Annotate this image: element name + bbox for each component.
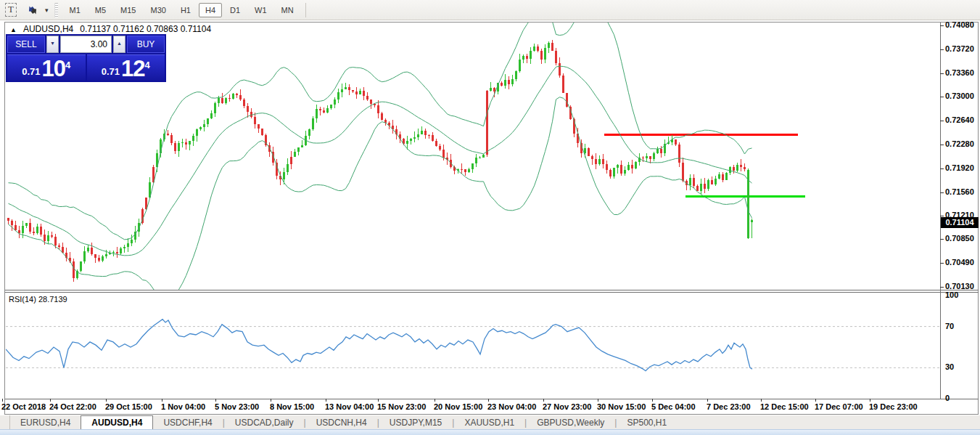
time-tick-label: 8 Nov 15:00 bbox=[270, 402, 314, 411]
status-bar bbox=[0, 429, 980, 435]
rsi-tick-label: 0 bbox=[945, 394, 950, 402]
chart-tab-bar: EURUSD,H4AUDUSD,H4USDCHF,H4|USDCAD,Daily… bbox=[0, 415, 980, 429]
time-tick-label: 19 Dec 23:00 bbox=[869, 402, 918, 411]
time-tick-label: 23 Nov 04:00 bbox=[487, 402, 536, 411]
price-tick-label: 0.74080 bbox=[945, 20, 974, 29]
tab-usdchf[interactable]: USDCHF,H4 bbox=[153, 415, 222, 429]
buy-button[interactable]: BUY bbox=[127, 36, 165, 53]
volume-input[interactable] bbox=[60, 36, 112, 53]
price-tick-label: 0.73000 bbox=[945, 92, 974, 100]
time-tick-label: 5 Nov 23:00 bbox=[215, 402, 259, 411]
time-tick-label: 7 Dec 23:00 bbox=[707, 402, 751, 411]
chart-ohlc-values: 0.71137 0.71162 0.70863 0.71104 bbox=[80, 24, 211, 34]
tab-xauusd[interactable]: XAUUSD,H1 bbox=[454, 415, 524, 429]
sell-quote-prefix: 0.71 bbox=[22, 65, 40, 79]
price-tick-label: 0.71560 bbox=[945, 187, 974, 196]
sell-quote-sup: 4 bbox=[65, 62, 70, 69]
trade-panel: SELL ▼ ▲ BUY 0.71 10 4 0.71 12 4 bbox=[6, 34, 166, 82]
sell-button[interactable]: SELL bbox=[7, 36, 45, 53]
chart-header: ▲ AUDUSD,H4 0.71137 0.71162 0.70863 0.71… bbox=[10, 24, 211, 34]
buy-quote[interactable]: 0.71 12 4 bbox=[87, 54, 165, 81]
price-tick-label: 0.70850 bbox=[945, 234, 974, 243]
time-tick-label: 30 Nov 15:00 bbox=[597, 402, 646, 411]
time-tick-label: 20 Nov 15:00 bbox=[434, 402, 482, 411]
time-tick-label: 29 Oct 15:00 bbox=[105, 402, 152, 411]
rsi-tick-label: 100 bbox=[945, 290, 958, 299]
tab-bar-stub bbox=[0, 415, 10, 429]
price-tick-label: 0.70490 bbox=[945, 258, 974, 267]
time-tick-label: 24 Oct 22:00 bbox=[49, 402, 96, 411]
price-tick-label: 0.71920 bbox=[945, 163, 974, 172]
collapse-panel-icon[interactable]: ▲ bbox=[10, 26, 17, 33]
time-tick-label: 15 Nov 23:00 bbox=[377, 402, 426, 411]
price-tick-label: 0.73720 bbox=[945, 44, 974, 53]
rsi-tick-label: 30 bbox=[945, 362, 954, 371]
rsi-indicator-label: RSI(14) 28.7139 bbox=[9, 295, 67, 304]
rsi-line bbox=[6, 320, 752, 371]
tab-usdjpy[interactable]: USDJPY,M15 bbox=[379, 415, 452, 429]
price-tick-label: 0.72640 bbox=[945, 115, 974, 124]
price-tick-label: 0.72280 bbox=[945, 139, 974, 148]
bollinger-lower-band bbox=[9, 97, 752, 304]
sell-quote[interactable]: 0.71 10 4 bbox=[7, 54, 86, 81]
time-tick-label: 13 Nov 04:00 bbox=[325, 402, 374, 411]
price-tick-label: 0.70130 bbox=[945, 282, 974, 290]
buy-quote-prefix: 0.71 bbox=[102, 65, 120, 79]
volume-decrease-button[interactable]: ▼ bbox=[46, 36, 59, 53]
sell-quote-big: 10 bbox=[42, 59, 65, 79]
time-tick-label: 5 Dec 04:00 bbox=[651, 402, 696, 411]
time-tick-label: 1 Nov 04:00 bbox=[161, 402, 205, 411]
chart-title: AUDUSD,H4 bbox=[23, 24, 73, 34]
price-tick-label: 0.71210 bbox=[945, 211, 974, 219]
tab-usdcnh[interactable]: USDCNH,H4 bbox=[306, 415, 377, 429]
price-tick-label: 0.73360 bbox=[945, 68, 974, 77]
time-tick-label: 12 Dec 15:00 bbox=[760, 402, 809, 411]
tab-gbpusd[interactable]: GBPUSD,Weekly bbox=[527, 415, 614, 429]
buy-quote-big: 12 bbox=[121, 59, 144, 79]
time-tick-label: 22 Oct 2018 bbox=[1, 402, 46, 411]
buy-quote-sup: 4 bbox=[145, 62, 150, 69]
tab-audusd[interactable]: AUDUSD,H4 bbox=[81, 415, 153, 429]
tab-eurusd[interactable]: EURUSD,H4 bbox=[10, 415, 81, 429]
volume-increase-button[interactable]: ▲ bbox=[113, 36, 125, 53]
rsi-tick-label: 70 bbox=[945, 322, 954, 330]
tab-sp500[interactable]: SP500,H1 bbox=[617, 415, 677, 429]
time-tick-label: 27 Nov 23:00 bbox=[543, 402, 591, 411]
time-tick-label: 17 Dec 07:00 bbox=[815, 402, 863, 411]
tab-usdcad[interactable]: USDCAD,Daily bbox=[225, 415, 304, 429]
